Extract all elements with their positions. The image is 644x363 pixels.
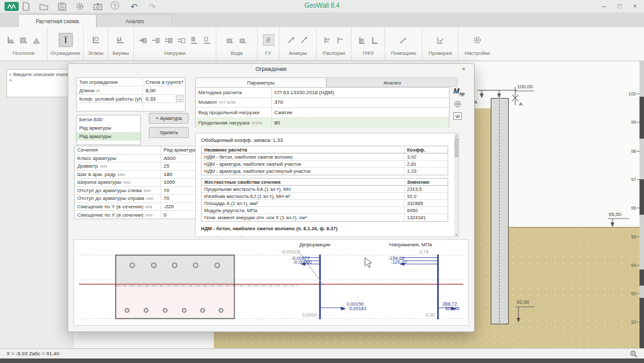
scrollbar-thumb[interactable] xyxy=(639,270,644,286)
strip-load-add-icon[interactable] xyxy=(164,35,174,45)
list-item-rebar-row[interactable]: Ряд арматуры xyxy=(77,124,140,132)
list-item-concrete[interactable]: Бетон В30 xyxy=(77,115,140,124)
assistant-icon[interactable] xyxy=(399,35,409,45)
table-row: Изгибная жесткость EJ (1 эл-т), МН·м²92,… xyxy=(202,193,448,200)
wall-type-select[interactable]: Стена в грунте▾ xyxy=(143,78,185,86)
strain-top-2: -0,00080 xyxy=(293,259,312,265)
results-scrollbar[interactable]: ▲ ▼ xyxy=(454,133,459,237)
ribbon-group-loads: Нагрузки xyxy=(134,27,216,61)
deformations-title: Деформации xyxy=(299,242,330,248)
anchor-add-icon[interactable] xyxy=(287,35,297,45)
ribbon-group-retaining-wall: Ограждение xyxy=(48,27,84,61)
section-settings-gear-icon[interactable] xyxy=(453,100,470,108)
field-label: Тип ограждения xyxy=(77,78,143,86)
ribbon-group-anchors: Анкеры xyxy=(279,27,317,61)
ruler-label: 99 xyxy=(625,119,636,125)
scroll-down-icon[interactable]: ▼ xyxy=(454,233,459,237)
results-panel: Обобщенный коэфф. запаса: 1,33 Название … xyxy=(195,133,459,237)
water-add-icon[interactable] xyxy=(225,35,236,45)
stress-bottom-2: 326,85 xyxy=(445,306,460,311)
section-diagram-area: Деформации -0,00122 -0,00077 -0,00080 0,… xyxy=(73,239,469,326)
more-options-button[interactable]: ... xyxy=(176,95,184,102)
canvas-scrollbar[interactable] xyxy=(639,61,644,348)
wall-main-fields: Тип ограждения Стена в грунте▾ Длинам Ко… xyxy=(76,77,185,112)
delete-button[interactable]: Удалить xyxy=(149,127,189,138)
app-title: GeoWall 8.4 xyxy=(0,2,644,9)
status-bar: X = -5,93 Zабс = 91,40 xyxy=(0,348,644,358)
ribbon-group-boundary-conditions: # ГУ xyxy=(258,27,279,61)
scrollbar-thumb[interactable] xyxy=(639,298,644,348)
length-input[interactable] xyxy=(146,88,181,93)
list-item-rebar-row-selected[interactable]: Ряд арматуры xyxy=(77,132,140,141)
section-modulus-icon[interactable]: W xyxy=(453,112,462,120)
close-window-button[interactable]: × xyxy=(629,1,641,12)
maximize-button[interactable]: □ xyxy=(613,1,626,12)
result-note-heading: НДМ - бетон, наиболее сжатое волокно (п.… xyxy=(201,226,459,231)
berms-icon[interactable] xyxy=(116,35,126,45)
wall-centerline xyxy=(499,100,500,322)
check-icon[interactable] xyxy=(435,35,446,45)
load-add-icon[interactable] xyxy=(138,35,148,45)
dialog-tab-parameters[interactable]: Параметры xyxy=(195,77,327,87)
table-row: НДМ - бетон, наиболее сжатое волокно3,92 xyxy=(202,153,448,161)
ribbon-group-settings: Настройки xyxy=(459,27,496,61)
stages-icon[interactable] xyxy=(91,35,101,45)
moment-input[interactable] xyxy=(274,99,431,105)
ribbon-group-assistant: Помощник xyxy=(385,27,422,61)
geology-icon[interactable] xyxy=(6,35,16,45)
prop-label: Класс арматуры xyxy=(75,155,161,162)
dialog-close-button[interactable]: × xyxy=(459,64,469,74)
building-load-add-icon[interactable] xyxy=(189,35,200,45)
prop-label: Отступ до арматуры справамм xyxy=(75,195,161,202)
geology-layers-icon[interactable] xyxy=(19,35,29,45)
tab-analysis[interactable]: Анализ xyxy=(97,14,173,27)
scrollbar-thumb[interactable] xyxy=(639,179,644,215)
axial-load-input[interactable] xyxy=(274,120,431,126)
col-header: Коэфф. xyxy=(404,146,448,153)
strut-edit-icon[interactable] xyxy=(336,35,346,45)
retaining-wall[interactable] xyxy=(491,98,509,324)
strain-zero: 0,0000 xyxy=(302,312,317,318)
strut-add-icon[interactable] xyxy=(323,35,333,45)
zoom-icon[interactable] xyxy=(630,350,638,358)
add-rebar-button[interactable]: + Арматура xyxy=(149,113,189,124)
boundary-conditions-icon[interactable]: # xyxy=(263,34,274,46)
coefficients-table: Название расчётаКоэфф. НДМ - бетон, наиб… xyxy=(201,146,448,175)
pfz-edit-icon[interactable] xyxy=(370,35,380,45)
analysis-params-grid: Методика расчета СП 63.13330.2018 (НДМ) … xyxy=(195,87,450,128)
settings-icon[interactable] xyxy=(472,35,482,45)
work-coef-input[interactable] xyxy=(146,96,173,102)
results-scrollbar-thumb[interactable] xyxy=(455,138,459,157)
method-value[interactable]: СП 63.13330.2018 (НДМ) xyxy=(272,88,449,97)
moment-resistance-icon[interactable]: Mпр xyxy=(453,87,470,96)
sections-listbox: Бетон В30 Ряд арматуры Ряд арматуры xyxy=(76,115,141,145)
tab-calculation-scheme[interactable]: Расчетная схема xyxy=(18,14,97,27)
building-load-edit-icon[interactable] xyxy=(202,35,213,45)
water-edit-icon[interactable] xyxy=(238,35,249,45)
param-label: Вид продольной нагрузки xyxy=(196,108,272,117)
param-label: Методика расчета xyxy=(196,88,272,97)
minimize-button[interactable]: – xyxy=(598,1,611,12)
ribbon-group-label: ПФЗ xyxy=(363,50,374,56)
retaining-wall-icon[interactable] xyxy=(59,33,73,47)
pfz-add-icon[interactable] xyxy=(357,35,367,45)
scrollbar-thumb[interactable] xyxy=(639,97,644,139)
stage-description-input[interactable]: < Введите описание этапа > xyxy=(6,69,73,97)
prop-label: Смещение по X (в сечении)мм xyxy=(75,211,161,219)
anchor-edit-icon[interactable] xyxy=(299,35,310,45)
load-edit-icon[interactable] xyxy=(151,35,161,45)
dialog-tab-analysis[interactable]: Анализ xyxy=(327,77,458,87)
table-row: Площадь A (1 эл-т), мм²332865 xyxy=(202,200,448,207)
empty-cell xyxy=(77,103,143,112)
prop-label: Отступ до арматуры слевамм xyxy=(75,187,161,195)
strip-load-edit-icon[interactable] xyxy=(176,35,187,45)
field-label: Коэф. условий работы (γh) xyxy=(77,95,143,103)
ribbon-group-stages: Этапы xyxy=(84,27,108,61)
document-tab-bar: Расчетная схема Анализ xyxy=(0,13,644,27)
geology-slope-icon[interactable] xyxy=(32,35,42,45)
mouse-cursor xyxy=(365,258,372,268)
prop-label: Диаметрмм xyxy=(75,162,161,170)
scroll-up-icon[interactable]: ▲ xyxy=(454,133,459,137)
axial-load-kind-select[interactable]: Сжатие xyxy=(272,108,449,117)
stress-top-2: -120,22 xyxy=(391,259,407,265)
